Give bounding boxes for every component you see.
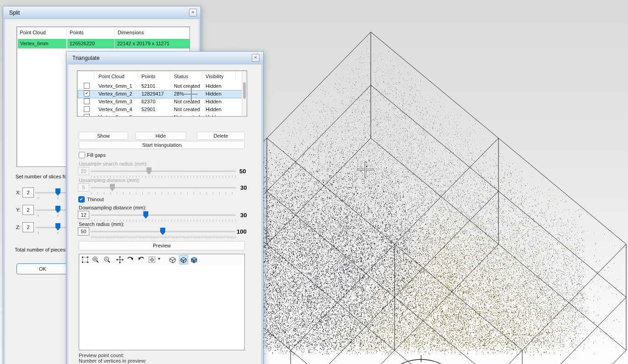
hide-button[interactable]: Hide <box>135 132 186 140</box>
row-visibility: Hidden <box>206 114 233 117</box>
y-axis-label: Y: <box>16 207 21 213</box>
upsample-radius-thumb[interactable] <box>146 167 152 175</box>
column-header[interactable]: Point Cloud <box>98 74 125 79</box>
downsampling-distance-label: Downsampling distance (mm): <box>79 205 146 210</box>
row-checkbox[interactable]: ✔ <box>84 91 90 96</box>
column-header[interactable]: Dimensions <box>118 30 144 35</box>
column-header[interactable]: Point Cloud <box>20 30 46 35</box>
x-slider-thumb[interactable] <box>55 188 60 196</box>
show-button[interactable]: Show <box>79 132 128 140</box>
row-checkbox[interactable] <box>84 98 90 104</box>
select-region-icon[interactable] <box>81 256 89 264</box>
triangulate-table[interactable]: Point Cloud Points Status Visibility Ver… <box>77 70 247 117</box>
row-points: 12829417 <box>141 91 169 96</box>
preview-panel: ▾ <box>79 254 245 350</box>
column-header[interactable]: Points <box>141 74 156 79</box>
column-header[interactable]: Status <box>174 74 188 79</box>
downsampling-distance-max: 30 <box>240 212 247 219</box>
row-visibility: Hidden <box>206 83 233 89</box>
downsampling-distance-field[interactable]: 12 <box>78 211 89 219</box>
search-radius-thumb[interactable] <box>160 228 165 235</box>
row-visibility: Hidden <box>206 91 233 96</box>
search-radius-field[interactable]: 50 <box>78 227 89 236</box>
upsampling-distance-label: Upsampling distance (mm): <box>79 177 140 183</box>
thinout-label: Thinout <box>87 197 104 202</box>
table-scrollbar[interactable] <box>242 71 247 116</box>
fill-gaps-label: Fill gaps <box>87 152 106 158</box>
preview-toolbar: ▾ <box>79 254 244 266</box>
upsampling-distance-max: 30 <box>240 184 247 191</box>
close-icon[interactable]: ✕ <box>252 54 260 62</box>
row-status: Not created <box>174 107 201 112</box>
upsample-radius-slider[interactable] <box>91 171 236 172</box>
row-points: 52101 <box>141 83 169 89</box>
x-axis-label: X: <box>16 190 21 195</box>
row-name: Vertex_6mm_1 <box>98 83 137 89</box>
preview-point-count-label: Preview point count: <box>79 353 124 358</box>
downsampling-distance-thumb[interactable] <box>143 211 148 219</box>
mesh-shaded-edges-icon[interactable] <box>190 256 198 264</box>
triangulate-dialog: Triangulate ✕ Point Cloud Points Status … <box>66 51 264 364</box>
zoom-out-icon[interactable] <box>103 256 111 264</box>
x-slices-field[interactable]: 2 <box>22 187 34 198</box>
zoom-in-icon[interactable] <box>92 256 100 264</box>
column-header[interactable]: Points <box>70 30 84 35</box>
triangulate-titlebar[interactable]: Triangulate ✕ <box>66 52 263 64</box>
slider-ticks <box>91 192 236 194</box>
row-visibility: Hidden <box>206 99 233 104</box>
chevron-down-icon[interactable]: ▾ <box>158 256 160 261</box>
row-status: Not created <box>174 83 201 89</box>
row-visibility: Hidden <box>206 107 233 112</box>
rotate-ccw-icon[interactable] <box>137 256 145 264</box>
split-titlebar[interactable]: Split ✕ <box>3 6 200 19</box>
y-slider-thumb[interactable] <box>55 206 60 213</box>
upsample-radius-field[interactable]: 20 <box>78 167 89 175</box>
y-slices-field[interactable]: 2 <box>22 205 34 215</box>
search-radius-max: 100 <box>237 228 247 235</box>
row-name: Vertex_6mm_3 <box>98 99 137 104</box>
row-name: Vertex_6mm_4 <box>98 107 137 112</box>
row-points: 52901 <box>141 107 169 112</box>
start-triangulation-button[interactable]: Start triangulation <box>79 141 245 149</box>
slider-ticks <box>91 236 236 238</box>
triangulate-title: Triangulate <box>72 55 100 61</box>
row-points: 62370 <box>141 99 169 104</box>
thinout-checkbox[interactable]: ✔ <box>78 196 85 203</box>
z-slider-thumb[interactable] <box>55 223 60 230</box>
pan-icon[interactable] <box>116 256 124 264</box>
row-name: Vertex_6mm_5 <box>98 114 137 117</box>
column-header[interactable]: Visibility <box>206 74 224 79</box>
downsampling-distance-slider[interactable] <box>91 214 236 216</box>
triangulate-client-area: Point Cloud Points Status Visibility Ver… <box>68 64 261 364</box>
row-points: 126526220 <box>67 39 114 48</box>
scrollbar-thumb[interactable] <box>243 82 246 99</box>
fill-gaps-checkbox[interactable] <box>79 152 85 158</box>
search-radius-label: Search radius (mm): <box>79 221 125 227</box>
preview-vertices-label: Number of vertices in preview: <box>79 358 146 364</box>
z-slices-field[interactable]: 2 <box>22 222 34 232</box>
slices-label: Set number of slices for <box>16 174 69 179</box>
row-name: Vertex_6mm <box>18 39 66 48</box>
close-icon[interactable]: ✕ <box>189 9 197 16</box>
row-checkbox[interactable] <box>84 114 90 117</box>
upsample-radius-max: 50 <box>239 168 246 175</box>
preview-button[interactable]: Preview <box>79 241 245 251</box>
row-dimensions: 22142 x 20179 x 11271 <box>115 39 189 48</box>
preview-canvas-area[interactable] <box>79 265 244 350</box>
delete-button[interactable]: Delete <box>197 132 245 140</box>
upsampling-distance-thumb[interactable] <box>110 184 115 191</box>
split-title: Split <box>9 10 20 16</box>
mesh-outline-icon[interactable] <box>168 256 177 264</box>
rotate-cw-icon[interactable] <box>126 256 135 264</box>
total-pieces-label: Total number of pieces: <box>15 247 67 252</box>
ok-button[interactable]: OK <box>16 263 69 274</box>
row-checkbox[interactable] <box>84 106 90 112</box>
row-name: Vertex_6mm_2 <box>98 91 137 96</box>
center-view-icon[interactable] <box>148 256 156 264</box>
z-axis-label: Z: <box>16 225 21 230</box>
application-canvas: { "background": {"gradient_top": "#d9dbd… <box>0 0 628 364</box>
row-checkbox[interactable] <box>84 83 90 89</box>
mesh-shaded-icon[interactable] <box>179 255 188 264</box>
upsampling-distance-field[interactable]: 5 <box>78 183 89 192</box>
row-status: Not created <box>174 99 201 104</box>
